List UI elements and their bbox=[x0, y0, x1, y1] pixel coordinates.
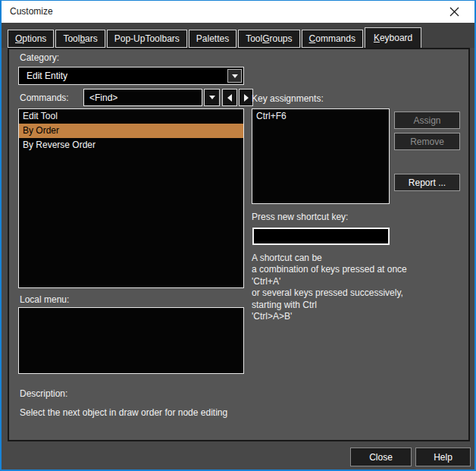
tab-toolbars[interactable]: Toolbars bbox=[55, 30, 105, 48]
find-value: <Find> bbox=[89, 93, 117, 103]
shortcut-input[interactable] bbox=[252, 228, 390, 245]
key-assignment-item[interactable]: Ctrl+F6 bbox=[252, 109, 389, 124]
description-text: Select the next object in draw order for… bbox=[20, 407, 227, 418]
category-label: Category: bbox=[20, 52, 59, 63]
shortcut-help-line: 'Ctrl>A>B' bbox=[252, 311, 407, 322]
customize-dialog: Customize OptionsToolbarsPop-UpToolbarsP… bbox=[0, 0, 476, 471]
tab-pop-uptoolbars[interactable]: Pop-UpToolbars bbox=[107, 30, 187, 48]
local-menu-label: Local menu: bbox=[20, 294, 69, 305]
key-assignments-list[interactable]: Ctrl+F6 bbox=[252, 108, 390, 204]
close-button[interactable]: Close bbox=[350, 447, 412, 466]
chevron-down-icon bbox=[209, 96, 215, 99]
commands-list-item[interactable]: By Reverse Order bbox=[19, 138, 243, 152]
shortcut-help-line: starting with Ctrl bbox=[252, 300, 407, 311]
find-dropdown-button[interactable] bbox=[204, 89, 220, 106]
tab-keyboard[interactable]: Keyboard bbox=[365, 27, 421, 48]
window-title: Customize bbox=[10, 6, 53, 17]
report-button[interactable]: Report ... bbox=[394, 174, 460, 191]
local-menu-list[interactable] bbox=[18, 307, 244, 374]
remove-button[interactable]: Remove bbox=[394, 133, 460, 150]
category-value: Edit Entity bbox=[19, 68, 226, 84]
close-icon bbox=[449, 7, 459, 17]
arrow-right-icon bbox=[244, 94, 249, 102]
tab-options[interactable]: Options bbox=[8, 30, 54, 48]
find-combobox[interactable]: <Find> bbox=[83, 89, 202, 106]
description-label: Description: bbox=[20, 388, 67, 399]
shortcut-help-line: or several keys pressed successively, bbox=[252, 287, 407, 299]
commands-list-item[interactable]: Edit Tool bbox=[19, 109, 243, 124]
commands-label: Commands: bbox=[20, 93, 69, 103]
help-button[interactable]: Help bbox=[415, 447, 471, 466]
window-close-button[interactable] bbox=[438, 1, 470, 23]
assign-button[interactable]: Assign bbox=[394, 111, 460, 129]
tab-commands[interactable]: Commands bbox=[302, 30, 363, 48]
chevron-down-icon bbox=[232, 74, 238, 78]
shortcut-help-line: a combination of keys pressed at once bbox=[252, 264, 407, 275]
tab-tool-groups[interactable]: Tool Groups bbox=[238, 30, 299, 48]
key-assignments-label: Key assignments: bbox=[252, 93, 324, 104]
category-combobox[interactable]: Edit Entity bbox=[18, 67, 244, 85]
title-bar: Customize bbox=[2, 1, 474, 23]
arrow-left-icon bbox=[227, 94, 232, 102]
commands-list-item[interactable]: By Order bbox=[19, 124, 243, 138]
tab-palettes[interactable]: Palettes bbox=[189, 30, 236, 48]
shortcut-help-line: 'Ctrl+A' bbox=[252, 276, 407, 287]
category-dropdown-button[interactable] bbox=[227, 69, 242, 83]
commands-list[interactable]: Edit ToolBy OrderBy Reverse Order bbox=[18, 108, 244, 288]
shortcut-label: Press new shortcut key: bbox=[252, 212, 348, 222]
tab-strip: OptionsToolbarsPop-UpToolbarsPalettesToo… bbox=[8, 27, 423, 48]
find-previous-button[interactable] bbox=[222, 89, 237, 106]
shortcut-help-text: A shortcut can bea combination of keys p… bbox=[252, 253, 407, 322]
shortcut-help-line: A shortcut can be bbox=[252, 253, 407, 264]
